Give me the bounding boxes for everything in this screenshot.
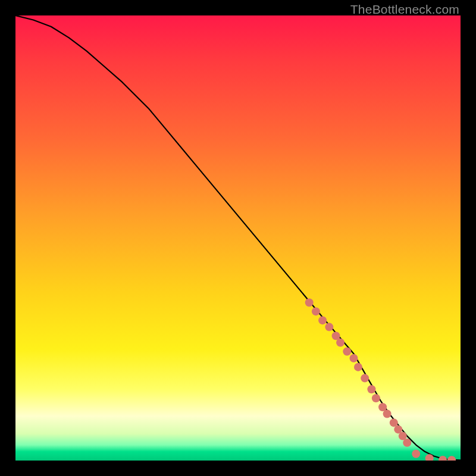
marker-dot [361,374,369,383]
marker-dot [325,323,333,331]
marker-dot [354,363,362,371]
marker-dot [305,298,314,306]
marker-dot [367,385,375,393]
curve-line [15,15,461,460]
marker-dot [372,394,380,402]
chart-svg [15,15,461,461]
marker-dot [318,316,327,324]
marker-dot [447,456,456,461]
chart-frame: TheBottleneck.com [0,0,476,476]
marker-dot [349,354,358,362]
marker-dot [336,339,345,347]
marker-dot [439,456,447,461]
marker-dot [383,409,392,418]
marker-dot [412,450,420,458]
marker-dot [312,307,320,315]
marker-dot [403,439,411,447]
marker-dot [343,347,351,356]
watermark-text: TheBottleneck.com [350,2,459,17]
plot-area [15,15,461,461]
